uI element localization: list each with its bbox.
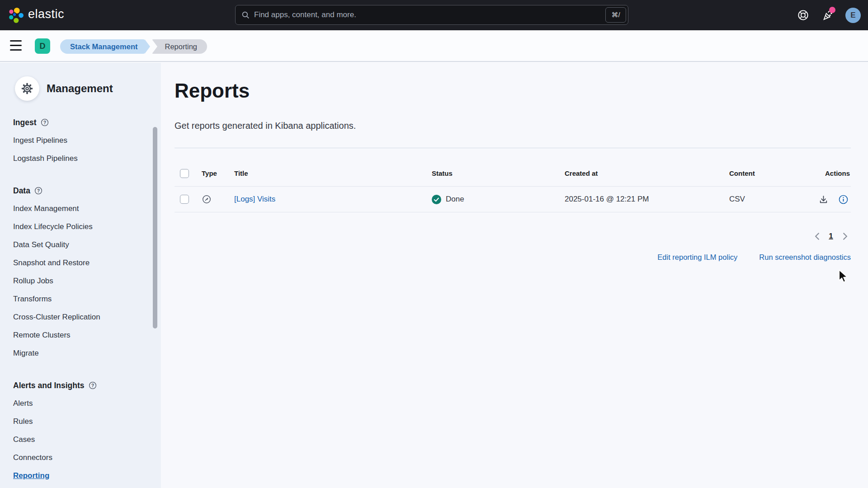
newsfeed-button[interactable] <box>821 9 834 22</box>
reporting-footer-links: Edit reporting ILM policy Run screenshot… <box>657 253 851 262</box>
download-icon <box>818 194 829 205</box>
sidebar-item-cases[interactable]: Cases <box>13 431 143 449</box>
sidebar-item-transforms[interactable]: Transforms <box>13 290 143 308</box>
chevron-left-icon <box>815 232 820 240</box>
sidebar-section-heading: Alerts and Insights? <box>13 376 143 394</box>
page-subtitle: Get reports generated in Kibana applicat… <box>175 121 356 131</box>
help-icon: ? <box>41 118 49 127</box>
discover-app-icon <box>202 194 212 204</box>
lifebuoy-icon <box>797 9 809 21</box>
content-type-value: CSV <box>729 187 745 212</box>
help-icon: ? <box>89 381 97 389</box>
space-avatar[interactable]: D <box>35 38 50 54</box>
page-title: Reports <box>175 80 250 102</box>
column-header-title: Title <box>234 160 248 186</box>
breadcrumb: Stack Management Reporting <box>60 39 207 54</box>
column-header-actions: Actions <box>825 160 850 186</box>
content-divider <box>175 148 851 148</box>
search-placeholder: Find apps, content, and more. <box>254 10 356 19</box>
select-all-checkbox[interactable] <box>180 169 189 178</box>
sidebar-item-index-lifecycle-policies[interactable]: Index Lifecycle Policies <box>13 218 143 236</box>
run-screenshot-diagnostics-link[interactable]: Run screenshot diagnostics <box>759 253 851 262</box>
sidebar-item-rules[interactable]: Rules <box>13 413 143 431</box>
search-icon <box>242 11 250 19</box>
download-report-button[interactable] <box>816 192 830 206</box>
sidebar-scrollbar[interactable] <box>153 127 157 328</box>
report-title-link[interactable]: [Logs] Visits <box>234 195 275 204</box>
elastic-logo[interactable] <box>7 6 25 24</box>
sidebar-item-index-management[interactable]: Index Management <box>13 200 143 218</box>
row-checkbox[interactable] <box>180 195 189 204</box>
sidebar-title: Management <box>47 82 113 95</box>
column-header-content: Content <box>729 160 755 186</box>
page-number-1[interactable]: 1 <box>825 230 837 243</box>
help-icon: ? <box>34 187 42 195</box>
sidebar-item-reporting[interactable]: Reporting <box>13 467 143 485</box>
sidebar-item-migrate[interactable]: Migrate <box>13 344 143 362</box>
sidebar-item-alerts[interactable]: Alerts <box>13 394 143 413</box>
breadcrumb-reporting: Reporting <box>152 39 207 54</box>
sidebar-item-logstash-pipelines[interactable]: Logstash Pipelines <box>13 150 143 168</box>
sidebar-nav: Ingest?Ingest PipelinesLogstash Pipeline… <box>13 113 143 485</box>
sidebar-item-data-set-quality[interactable]: Data Set Quality <box>13 236 143 254</box>
breadcrumb-stack-management[interactable]: Stack Management <box>60 39 145 54</box>
sidebar-item-remote-clusters[interactable]: Remote Clusters <box>13 326 143 344</box>
column-header-status: Status <box>432 160 453 186</box>
gear-icon <box>21 82 33 95</box>
sidebar-section-heading: Ingest? <box>13 113 143 131</box>
help-button[interactable] <box>797 9 809 22</box>
sidebar-section-heading: Data? <box>13 182 143 200</box>
user-avatar[interactable]: E <box>845 8 861 23</box>
search-shortcut-badge: ⌘/ <box>605 7 626 23</box>
pagination: 1 <box>810 230 852 243</box>
top-navigation-bar: elastic Find apps, content, and more. ⌘/ <box>0 0 868 30</box>
sidebar-item-ingest-pipelines[interactable]: Ingest Pipelines <box>13 131 143 150</box>
info-icon <box>838 194 849 205</box>
sidebar-item-connectors[interactable]: Connectors <box>13 449 143 467</box>
edit-ilm-policy-link[interactable]: Edit reporting ILM policy <box>657 253 737 262</box>
sidebar-item-rollup-jobs[interactable]: Rollup Jobs <box>13 272 143 290</box>
status-done-icon <box>432 195 441 204</box>
reports-table: Type Title Status Created at Content Act… <box>175 160 851 212</box>
table-row: [Logs] Visits Done 2025-01-16 @ 12:21 PM… <box>175 187 851 212</box>
previous-page-button[interactable] <box>810 230 824 243</box>
sidebar-item-snapshot-and-restore[interactable]: Snapshot and Restore <box>13 254 143 272</box>
management-logo-circle <box>15 76 39 101</box>
menu-toggle-button[interactable] <box>10 40 22 51</box>
column-header-created-at: Created at <box>565 160 598 186</box>
svg-text:?: ? <box>91 383 94 388</box>
svg-text:?: ? <box>43 120 46 125</box>
table-header-row: Type Title Status Created at Content Act… <box>175 160 851 187</box>
column-header-type: Type <box>202 160 217 186</box>
report-info-button[interactable] <box>836 192 850 206</box>
sidebar-item-cross-cluster-replication[interactable]: Cross-Cluster Replication <box>13 308 143 326</box>
management-sidebar: Management Ingest?Ingest PipelinesLogsta… <box>0 63 161 488</box>
next-page-button[interactable] <box>838 230 852 243</box>
svg-text:?: ? <box>37 188 40 193</box>
mouse-cursor <box>837 269 849 283</box>
brand-wordmark: elastic <box>28 7 64 21</box>
notification-dot <box>829 7 835 13</box>
breadcrumb-bar: D Stack Management Reporting <box>0 30 868 62</box>
global-search-input[interactable]: Find apps, content, and more. ⌘/ <box>235 5 628 25</box>
chevron-right-icon <box>843 232 848 240</box>
created-at-value: 2025-01-16 @ 12:21 PM <box>565 187 649 212</box>
status-label: Done <box>446 195 464 204</box>
